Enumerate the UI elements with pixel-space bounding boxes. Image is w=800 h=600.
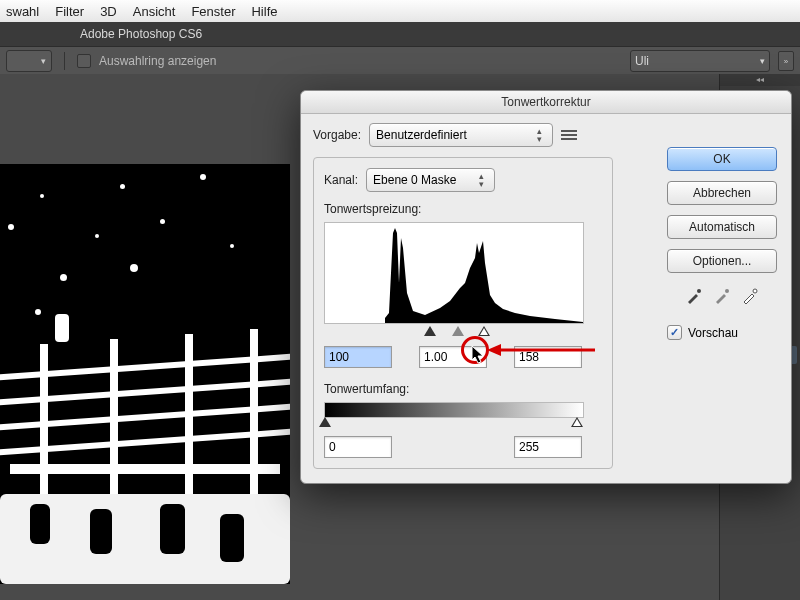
eyedropper-black-icon[interactable] xyxy=(685,287,703,305)
svg-point-2 xyxy=(753,289,757,293)
mac-menu-bar: swahl Filter 3D Ansicht Fenster Hilfe xyxy=(0,0,800,23)
highlight-input[interactable]: 158 xyxy=(514,346,582,368)
updown-icon: ▴▾ xyxy=(474,172,488,188)
cancel-button[interactable]: Abbrechen xyxy=(667,181,777,205)
svg-point-0 xyxy=(697,289,701,293)
output-hi-slider[interactable] xyxy=(571,417,583,427)
dialog-buttons: OK Abbrechen Automatisch Optionen... ✓ V… xyxy=(667,147,777,340)
workspace-name: Uli xyxy=(635,54,649,68)
levels-group: Kanal: Ebene 0 Maske ▴▾ Tonwertspreizung… xyxy=(313,157,613,469)
output-lo-input[interactable]: 0 xyxy=(324,436,392,458)
menu-filter[interactable]: Filter xyxy=(55,4,84,19)
document-canvas[interactable] xyxy=(0,164,290,584)
menu-3d[interactable]: 3D xyxy=(100,4,117,19)
panel-expand-button[interactable]: » xyxy=(778,51,794,71)
show-selection-ring-checkbox[interactable] xyxy=(77,54,91,68)
chevron-down-icon: ▾ xyxy=(35,56,51,66)
updown-icon: ▴▾ xyxy=(532,127,546,143)
panel-collapse-handle[interactable]: ◂◂ xyxy=(720,74,800,86)
app-title-bar: Adobe Photoshop CS6 xyxy=(0,22,800,46)
menu-hilfe[interactable]: Hilfe xyxy=(251,4,277,19)
preset-menu-icon[interactable] xyxy=(561,128,577,142)
preset-value: Benutzerdefiniert xyxy=(376,128,467,142)
range-label: Tonwertumfang: xyxy=(324,382,602,396)
output-slider-track[interactable] xyxy=(324,402,584,418)
options-button[interactable]: Optionen... xyxy=(667,249,777,273)
menu-ansicht[interactable]: Ansicht xyxy=(133,4,176,19)
output-hi-input[interactable]: 255 xyxy=(514,436,582,458)
eyedropper-white-icon[interactable] xyxy=(741,287,759,305)
histogram xyxy=(324,222,584,324)
channel-combo[interactable]: Ebene 0 Maske ▴▾ xyxy=(366,168,495,192)
workspace-switcher[interactable]: Uli ▾ xyxy=(630,50,770,72)
divider xyxy=(64,52,65,70)
preview-label: Vorschau xyxy=(688,326,738,340)
output-lo-slider[interactable] xyxy=(319,417,331,427)
channel-label: Kanal: xyxy=(324,173,358,187)
input-slider-track[interactable] xyxy=(324,326,582,340)
menu-fenster[interactable]: Fenster xyxy=(191,4,235,19)
preview-checkbox[interactable]: ✓ xyxy=(667,325,682,340)
mid-input[interactable]: 1.00 xyxy=(419,346,487,368)
preset-combo[interactable]: Benutzerdefiniert ▴▾ xyxy=(369,123,553,147)
options-bar: ▾ Auswahlring anzeigen Uli ▾ » xyxy=(0,46,800,76)
show-selection-ring-label: Auswahlring anzeigen xyxy=(99,54,216,68)
shadow-input[interactable]: 100 xyxy=(324,346,392,368)
ok-button[interactable]: OK xyxy=(667,147,777,171)
menu-swahl[interactable]: swahl xyxy=(6,4,39,19)
eyedropper-gray-icon[interactable] xyxy=(713,287,731,305)
app-title: Adobe Photoshop CS6 xyxy=(80,27,202,41)
spread-label: Tonwertspreizung: xyxy=(324,202,602,216)
preset-label: Vorgabe: xyxy=(313,128,361,142)
levels-dialog: Tonwertkorrektur Vorgabe: Benutzerdefini… xyxy=(300,90,792,484)
chevron-down-icon: ▾ xyxy=(760,56,765,66)
shadow-slider[interactable] xyxy=(424,326,436,336)
mid-slider[interactable] xyxy=(452,326,464,336)
tool-preset-combo[interactable]: ▾ xyxy=(6,50,52,72)
channel-value: Ebene 0 Maske xyxy=(373,173,456,187)
dialog-title: Tonwertkorrektur xyxy=(301,91,791,114)
svg-point-1 xyxy=(725,289,729,293)
highlight-slider[interactable] xyxy=(478,326,490,336)
auto-button[interactable]: Automatisch xyxy=(667,215,777,239)
